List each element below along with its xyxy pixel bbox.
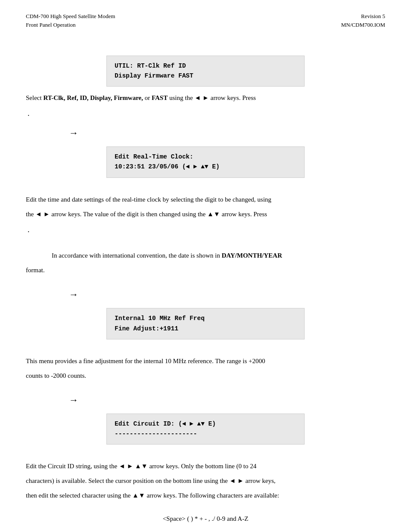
paragraph-1: Select RT-Clk, Ref, ID, Display, Firmwar… (26, 93, 385, 103)
paragraph-2a: Edit the time and date settings of the r… (26, 194, 385, 205)
paragraph-5a: Edit the Circuit ID string, using the ◄ … (26, 461, 385, 471)
arrow-3: → (26, 391, 385, 408)
code-block-1-line2: Display Firmware FAST (115, 71, 296, 81)
content: UTIL: RT-Clk Ref ID Display Firmware FAS… (0, 33, 411, 532)
paragraph-5c: then edit the selected character using t… (26, 490, 385, 501)
characters-available: <Space> ( ) * + - , ./ 0-9 and A-Z (26, 515, 385, 523)
header-subtitle: Front Panel Operation (26, 21, 115, 29)
header: CDM-700 High Speed Satellite Modem Front… (0, 0, 411, 33)
code-block-1: UTIL: RT-Clk Ref ID Display Firmware FAS… (106, 56, 305, 87)
header-title: CDM-700 High Speed Satellite Modem (26, 12, 115, 21)
para3-text-before: In accordance with international convent… (52, 252, 221, 259)
para1-dot: . (26, 107, 385, 120)
code-block-4-line2: ---------------------- (115, 429, 296, 439)
paragraph-3-line2: format. (26, 265, 385, 275)
para1-bold-2: FAST (152, 94, 168, 101)
arrow-1: → (26, 124, 385, 140)
page: CDM-700 High Speed Satellite Modem Front… (0, 0, 411, 532)
code-block-3-line2: Fine Adjust:+1911 (115, 324, 296, 334)
para1-bold-1: RT-Clk, Ref, ID, Display, Firmware, (43, 94, 143, 101)
paragraph-4a: This menu provides a fine adjustment for… (26, 356, 385, 366)
paragraph-5b: characters) is available. Select the cur… (26, 476, 385, 486)
header-docid: MN/CDM700.IOM (341, 21, 385, 29)
code-block-2: Edit Real-Time Clock: 10:23:51 23/05/06 … (106, 146, 305, 177)
code-block-3-line1: Internal 10 MHz Ref Freq (115, 314, 296, 324)
paragraph-2b: the ◄ ► arrow keys. The value of the dig… (26, 209, 385, 219)
para3-bold: DAY/MONTH/YEAR (221, 252, 282, 259)
header-left: CDM-700 High Speed Satellite Modem Front… (26, 12, 115, 29)
para2-dot: . (26, 224, 385, 236)
code-block-4-line1: Edit Circuit ID: (◄ ► ▲▼ E) (115, 419, 296, 429)
code-block-1-line1: UTIL: RT-Clk Ref ID (115, 61, 296, 71)
header-right: Revision 5 MN/CDM700.IOM (341, 12, 385, 29)
paragraph-3: In accordance with international convent… (52, 250, 385, 261)
header-revision: Revision 5 (341, 12, 385, 21)
code-block-4: Edit Circuit ID: (◄ ► ▲▼ E) ------------… (106, 414, 305, 445)
para1-text-after: using the ◄ ► arrow keys. Press (168, 94, 256, 101)
arrow-2: → (26, 286, 385, 302)
code-block-2-line1: Edit Real-Time Clock: (115, 152, 296, 162)
para2b-text: the ◄ ► arrow keys. The value of the dig… (26, 211, 267, 218)
code-block-3: Internal 10 MHz Ref Freq Fine Adjust:+19… (106, 308, 305, 339)
code-block-2-line2: 10:23:51 23/05/06 (◄ ► ▲▼ E) (115, 162, 296, 172)
para1-text-before: Select (26, 94, 43, 101)
paragraph-4b: counts to -2000 counts. (26, 370, 385, 381)
para1-text-mid: or (143, 94, 152, 101)
